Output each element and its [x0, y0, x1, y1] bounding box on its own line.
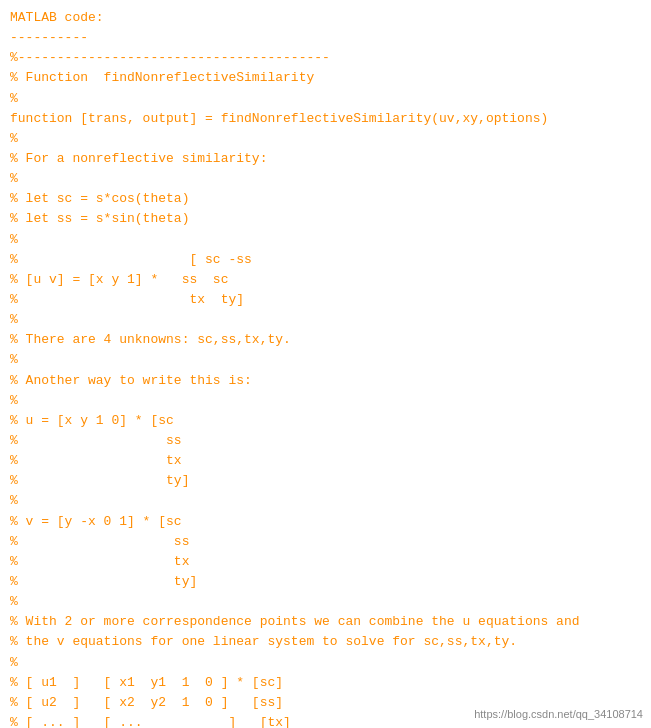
main-container: MATLAB code: ---------- %---------------… — [0, 0, 651, 728]
code-line: % — [10, 594, 18, 609]
code-line: % — [10, 655, 18, 670]
code-line: % ty] — [10, 473, 189, 488]
code-line: % — [10, 352, 18, 367]
code-line: % let sc = s*cos(theta) — [10, 191, 189, 206]
code-line: % u = [x y 1 0] * [sc — [10, 413, 174, 428]
code-line: % let ss = s*sin(theta) — [10, 211, 189, 226]
code-line: % tx ty] — [10, 292, 244, 307]
code-line: MATLAB code: — [10, 10, 104, 25]
code-line: % — [10, 393, 18, 408]
code-line: % [ ... ] [ ... ] [tx] — [10, 715, 291, 728]
code-line: % There are 4 unknowns: sc,ss,tx,ty. — [10, 332, 291, 347]
code-line: % Function findNonreflectiveSimilarity — [10, 70, 314, 85]
code-line: % tx — [10, 554, 189, 569]
code-line: % ss — [10, 534, 189, 549]
code-line: % [ u1 ] [ x1 y1 1 0 ] * [sc] — [10, 675, 283, 690]
code-line: % tx — [10, 453, 182, 468]
code-block: MATLAB code: ---------- %---------------… — [10, 8, 641, 728]
code-line: % For a nonreflective similarity: — [10, 151, 267, 166]
code-line: % ty] — [10, 574, 197, 589]
code-line: % — [10, 232, 18, 247]
code-line: % With 2 or more correspondence points w… — [10, 614, 580, 629]
code-line: % the v equations for one linear system … — [10, 634, 517, 649]
code-line: %---------------------------------------… — [10, 50, 330, 65]
code-line: % — [10, 91, 18, 106]
code-line: % v = [y -x 0 1] * [sc — [10, 514, 182, 529]
code-line: % ss — [10, 433, 182, 448]
code-line: % — [10, 131, 18, 146]
code-line: ---------- — [10, 30, 88, 45]
watermark: https://blog.csdn.net/qq_34108714 — [474, 708, 643, 720]
code-line: % — [10, 312, 18, 327]
code-line: % [ sc -ss — [10, 252, 252, 267]
code-line: % — [10, 171, 18, 186]
code-line: % [ u2 ] [ x2 y2 1 0 ] [ss] — [10, 695, 283, 710]
code-line: % Another way to write this is: — [10, 373, 252, 388]
code-line: % — [10, 493, 18, 508]
code-line: % [u v] = [x y 1] * ss sc — [10, 272, 228, 287]
code-line: function [trans, output] = findNonreflec… — [10, 111, 548, 126]
